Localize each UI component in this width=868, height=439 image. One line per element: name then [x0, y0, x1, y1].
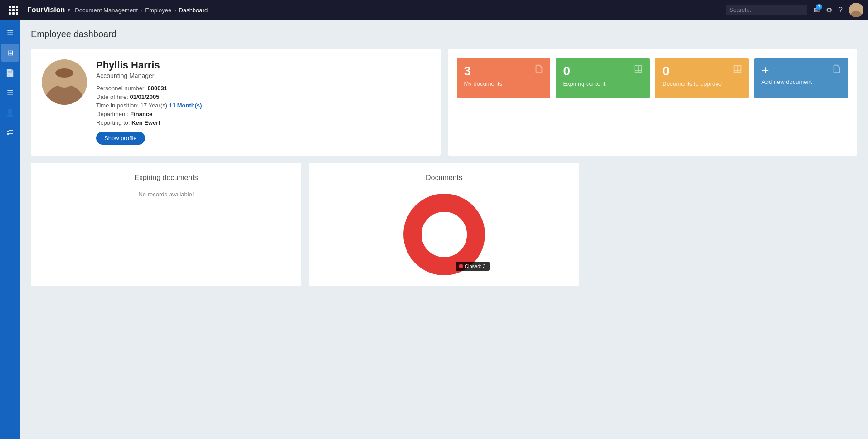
stat-label-expiring: Expiring content [563, 80, 642, 87]
brand-dropdown-arrow: ▾ [68, 7, 70, 13]
personnel-value: 000031 [147, 85, 167, 92]
sidebar-item-document[interactable]: 📄 [1, 63, 19, 82]
hire-label: Date of hire: [96, 93, 128, 100]
position-bold: 11 Month(s) [169, 102, 202, 109]
stat-label-approve: Documents to approve [662, 80, 742, 87]
documents-chart-card: Documents Closed: 3 [309, 163, 579, 286]
profile-department: Department: Finance [96, 111, 430, 117]
table-icon-expiring [633, 64, 643, 77]
position-label: Time in position: [96, 102, 139, 109]
sidebar-item-home[interactable]: ⊞ [1, 44, 19, 62]
chart-tooltip: Closed: 3 [456, 262, 489, 271]
user-avatar[interactable] [849, 3, 863, 17]
table-icon-approve [732, 64, 742, 77]
home-icon: ⊞ [7, 49, 13, 57]
settings-button[interactable]: ⚙ [826, 6, 832, 15]
personnel-label: Personnel number: [96, 85, 146, 92]
topnav-right-actions: ✉ 7 ⚙ ? [726, 3, 863, 17]
breadcrumb-item-dashboard: Dashboard [179, 7, 208, 14]
svg-point-0 [850, 11, 863, 17]
person-icon: 👤 [5, 108, 15, 117]
profile-time-in-position: Time in position: 17 Year(s) 11 Month(s) [96, 102, 430, 109]
tooltip-text: Closed: 3 [465, 263, 485, 269]
doc-icon-my-docs [534, 64, 544, 77]
dashboard-top-grid: Phyllis Harris Accounting Manager Person… [31, 49, 857, 156]
sidebar-item-badge[interactable]: 🏷 [1, 123, 19, 141]
svg-point-4 [55, 68, 73, 78]
expiring-docs-no-records: No records available! [42, 191, 291, 198]
notification-button[interactable]: ✉ 7 [814, 6, 820, 15]
hamburger-icon: ☰ [7, 29, 13, 37]
donut-chart: Closed: 3 [403, 194, 485, 275]
help-button[interactable]: ? [839, 6, 843, 14]
profile-info: Phyllis Harris Accounting Manager Person… [96, 59, 430, 145]
svg-point-1 [853, 5, 859, 11]
left-sidebar: ☰ ⊞ 📄 ☰ 👤 🏷 [0, 20, 20, 439]
badge-icon: 🏷 [6, 128, 14, 137]
breadcrumb-separator-1: › [141, 7, 142, 14]
reporting-label: Reporting to: [96, 119, 130, 126]
hire-value: 01/01/2005 [130, 93, 159, 100]
stat-label-add-doc: Add new document [761, 78, 841, 85]
stat-card-add-document[interactable]: + Add new document [754, 58, 848, 98]
svg-point-6 [422, 212, 467, 257]
tooltip-dot [459, 264, 463, 268]
sidebar-item-hamburger[interactable]: ☰ [1, 24, 19, 42]
empty-column [587, 163, 857, 286]
stat-number-expiring: 0 [563, 64, 642, 78]
show-profile-button[interactable]: Show profile [96, 132, 145, 145]
brand-name: FourVision [27, 6, 65, 14]
stat-add-symbol: + [761, 64, 841, 77]
document-icon: 📄 [5, 68, 15, 77]
dept-value: Finance [130, 111, 152, 117]
sidebar-item-list[interactable]: ☰ [1, 83, 19, 102]
stat-card-expiring-content[interactable]: 0 Expiring content [556, 58, 650, 98]
list-icon: ☰ [7, 88, 13, 97]
stat-card-my-documents[interactable]: 3 My documents [457, 58, 551, 98]
dashboard-bottom-grid: Expiring documents No records available!… [31, 163, 857, 286]
expiring-docs-title: Expiring documents [42, 174, 291, 182]
profile-job-title: Accounting Manager [96, 72, 430, 79]
stat-card-docs-to-approve[interactable]: 0 Documents to approve [655, 58, 749, 98]
sidebar-item-person[interactable]: 👤 [1, 103, 19, 122]
doc-icon-add [832, 64, 842, 77]
expiring-documents-card: Expiring documents No records available! [31, 163, 301, 286]
profile-hire-date: Date of hire: 01/01/2005 [96, 93, 430, 100]
settings-icon: ⚙ [826, 6, 832, 15]
stat-number-my-docs: 3 [464, 64, 543, 78]
profile-avatar-image [42, 59, 87, 105]
breadcrumb: Document Management › Employee › Dashboa… [75, 7, 726, 14]
profile-personnel-number: Personnel number: 000031 [96, 85, 430, 92]
profile-card: Phyllis Harris Accounting Manager Person… [31, 49, 441, 156]
main-content: Employee dashboard Phyllis Harris Accoun… [20, 20, 868, 439]
breadcrumb-item-document-management[interactable]: Document Management [75, 7, 138, 14]
avatar-image [849, 3, 863, 17]
search-container [726, 5, 807, 15]
profile-reporting-to: Reporting to: Ken Ewert [96, 119, 430, 126]
breadcrumb-item-employee[interactable]: Employee [145, 7, 171, 14]
help-icon: ? [839, 6, 843, 14]
breadcrumb-separator-2: › [174, 7, 176, 14]
brand-logo[interactable]: FourVision ▾ [23, 6, 75, 14]
dept-label: Department: [96, 111, 129, 117]
apps-menu-button[interactable] [5, 0, 23, 20]
stat-number-approve: 0 [662, 64, 742, 78]
profile-name: Phyllis Harris [96, 59, 430, 71]
stats-panel: 3 My documents 0 Expiring content 0 Docu… [448, 49, 858, 156]
search-input[interactable] [726, 5, 807, 15]
documents-chart-title: Documents [426, 174, 462, 182]
apps-grid-icon [9, 6, 19, 15]
top-navigation: FourVision ▾ Document Management › Emplo… [0, 0, 868, 20]
position-normal: 17 Year(s) [141, 102, 169, 109]
stat-label-my-docs: My documents [464, 80, 543, 87]
profile-avatar [42, 59, 87, 105]
notification-badge: 7 [816, 4, 822, 10]
reporting-value: Ken Ewert [131, 119, 160, 126]
page-title: Employee dashboard [31, 29, 857, 39]
